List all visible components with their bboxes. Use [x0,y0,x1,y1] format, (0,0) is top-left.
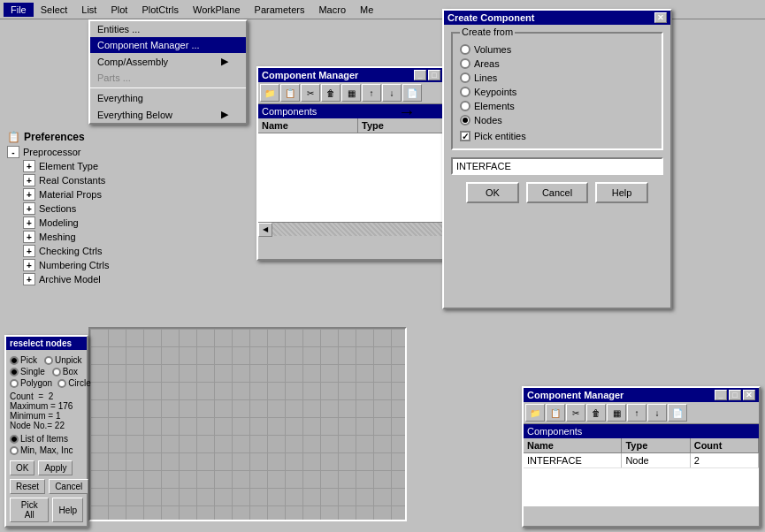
expand-sections[interactable]: + [23,202,35,215]
tree-modeling[interactable]: + Modeling [19,216,279,230]
pick-entities-checkbox[interactable] [460,131,470,141]
expand-numbering-ctrls[interactable]: + [23,259,35,271]
scroll-left[interactable]: ◀ [258,223,272,237]
polygon-label: Polygon [20,378,52,388]
radio-elements[interactable]: Elements [460,101,654,111]
sidebar-preferences-label: Preferences [24,131,85,143]
count-info: Count = 2 Maximum = 176 Minimum = 1 Node… [10,391,83,430]
toolbar-btn-5[interactable]: ▦ [341,84,361,102]
radio-nodes[interactable]: Nodes [460,115,654,125]
table-header: Name Type [258,118,458,133]
toolbar-btn-6[interactable]: ↑ [362,84,381,102]
bottom-maximize-btn[interactable]: □ [729,390,741,400]
row-name: INTERFACE [524,453,622,467]
cancel-button[interactable]: Cancel [526,182,588,203]
type-row-2: Polygon Circle [10,378,83,388]
expand-checking-ctrls[interactable]: + [23,245,35,257]
scroll-track[interactable] [272,223,444,236]
expand-element-type[interactable]: + [23,160,35,172]
toolbar-btn-2[interactable]: 📋 [280,84,300,102]
menu-macro[interactable]: Macro [311,3,353,17]
radio-lines[interactable]: Lines [460,72,654,83]
maximize-button[interactable]: □ [428,70,440,80]
menu-list[interactable]: List [74,3,103,17]
minimize-button[interactable]: _ [414,70,426,80]
scrollbar-horizontal[interactable]: ◀ ▶ [258,222,458,236]
bottom-toolbar-btn-8[interactable]: 📄 [668,404,687,422]
bottom-toolbar-btn-6[interactable]: ↑ [627,404,646,422]
bottom-toolbar-btn-3[interactable]: ✂ [566,404,585,422]
expand-material-props[interactable]: + [23,188,35,201]
single-radio[interactable] [10,368,19,376]
expand-archive-model[interactable]: + [23,273,35,285]
min-max-radio[interactable] [10,446,19,455]
bottom-minimize-btn[interactable]: _ [715,390,727,400]
toolbar-btn-4[interactable]: 🗑 [321,84,340,102]
bottom-toolbar-btn-2[interactable]: 📋 [546,404,565,422]
help-button[interactable]: Help [595,182,648,203]
pick-help-button[interactable]: Help [52,498,83,522]
circle-radio[interactable] [57,379,66,388]
toolbar-btn-3[interactable]: ✂ [301,84,320,102]
tree-numbering-ctrls[interactable]: + Numbering Ctrls [19,258,279,272]
component-name-input[interactable] [451,157,663,175]
radio-areas[interactable]: Areas [460,58,654,69]
expand-meshing[interactable]: + [23,231,35,243]
menu-select[interactable]: Select [34,3,75,17]
tree-sections[interactable]: + Sections [19,201,279,216]
radio-keypoints-circle [460,87,470,97]
menu-everything-below[interactable]: Everything Below ▶ [90,106,246,123]
reset-cancel-row: Reset Cancel [10,479,83,494]
bottom-toolbar-btn-4[interactable]: 🗑 [586,404,606,422]
tree-checking-ctrls[interactable]: + Checking Ctrls [19,244,279,258]
pick-radio[interactable] [10,356,19,365]
ok-button[interactable]: OK [466,182,519,203]
pick-nodes-dialog: reselect nodes Pick Unpick Single [4,335,88,528]
bottom-close-btn[interactable]: ✕ [743,390,755,400]
pick-apply-button[interactable]: Apply [38,460,73,475]
radio-keypoints[interactable]: Keypoints [460,87,654,97]
create-dialog-close[interactable]: ✕ [654,12,667,23]
pick-entities-checkbox-item[interactable]: Pick entities [460,131,654,141]
menu-parameters[interactable]: Parameters [248,3,312,17]
unpick-radio[interactable] [44,356,53,365]
pick-ok-button[interactable]: OK [10,460,34,475]
tree-material-props[interactable]: + Material Props [19,187,279,201]
toolbar-btn-8[interactable]: 📄 [402,84,422,102]
polygon-radio[interactable] [10,379,19,388]
menu-workplane[interactable]: WorkPlane [186,3,248,17]
box-radio[interactable] [52,368,61,376]
pick-cancel-button[interactable]: Cancel [49,479,88,494]
tree-element-type[interactable]: + Element Type [19,159,279,173]
toolbar-btn-1[interactable]: 📁 [260,84,279,102]
pick-all-button[interactable]: Pick All [10,498,49,522]
bottom-toolbar-btn-1[interactable]: 📁 [525,404,545,422]
radio-elements-label: Elements [474,101,515,111]
bottom-toolbar-btn-5[interactable]: ▦ [607,404,626,422]
expand-modeling[interactable]: + [23,217,35,229]
menu-component-manager[interactable]: Component Manager ... [90,37,246,53]
bottom-toolbar-btn-7[interactable]: ↓ [647,404,667,422]
comp-manager-title: Component Manager [262,70,358,80]
menu-file[interactable]: File [4,3,34,17]
tree-preprocessor[interactable]: - Preprocessor [4,145,279,159]
menu-plot[interactable]: Plot [103,3,134,17]
expand-real-constants[interactable]: + [23,174,35,186]
menu-plotctrls[interactable]: PlotCtrls [134,3,186,17]
expand-preprocessor[interactable]: - [7,146,19,158]
grid-inner [90,329,405,520]
list-items-radio[interactable] [10,435,19,444]
radio-volumes[interactable]: Volumes [460,44,654,55]
node-no-row: Node No.= 22 [10,421,83,430]
pick-reset-button[interactable]: Reset [10,479,45,494]
checking-ctrls-label: Checking Ctrls [39,246,103,256]
tree-archive-model[interactable]: + Archive Model [19,272,279,286]
menu-comp-assembly[interactable]: Comp/Assembly ▶ [90,53,246,70]
tree-meshing[interactable]: + Meshing [19,230,279,244]
toolbar-btn-7[interactable]: ↓ [382,84,402,102]
menu-entities[interactable]: Entities ... [90,21,246,37]
unpick-label: Unpick [55,355,82,365]
tree-real-constants[interactable]: + Real Constants [19,173,279,187]
menu-me[interactable]: Me [353,3,380,17]
menu-everything[interactable]: Everything [90,90,246,106]
